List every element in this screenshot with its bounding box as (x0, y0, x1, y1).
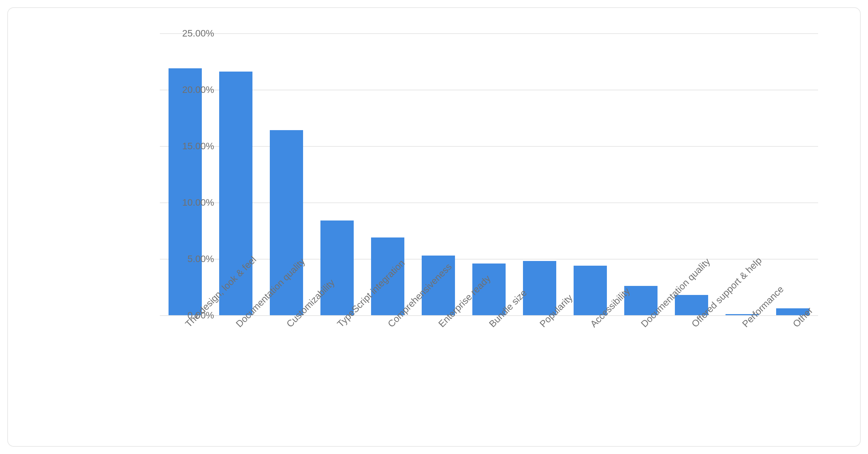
bar-slot (514, 33, 565, 315)
y-tick-label: 25.00% (106, 28, 214, 39)
chart-plot-area (160, 33, 818, 316)
chart-card: 0.00% 5.00% 10.00% 15.00% 20.00% 25.00% … (7, 7, 861, 447)
gridline (160, 315, 818, 316)
bar-slot (767, 33, 818, 315)
chart-plot: 0.00% 5.00% 10.00% 15.00% 20.00% 25.00% … (109, 33, 825, 427)
bar-slot (160, 33, 210, 315)
y-tick-label: 5.00% (106, 253, 214, 265)
x-axis-labels: The design, look & feel Documentation qu… (160, 319, 818, 427)
bar (320, 220, 354, 315)
bar (523, 261, 556, 315)
bar-slot (565, 33, 616, 315)
y-tick-label: 15.00% (106, 141, 214, 152)
y-tick-label: 10.00% (106, 197, 214, 208)
chart-bars (160, 33, 818, 315)
bar-slot (312, 33, 362, 315)
y-tick-label: 20.00% (106, 84, 214, 95)
bar-slot (616, 33, 666, 315)
bar (169, 68, 202, 315)
bar-slot (464, 33, 514, 315)
